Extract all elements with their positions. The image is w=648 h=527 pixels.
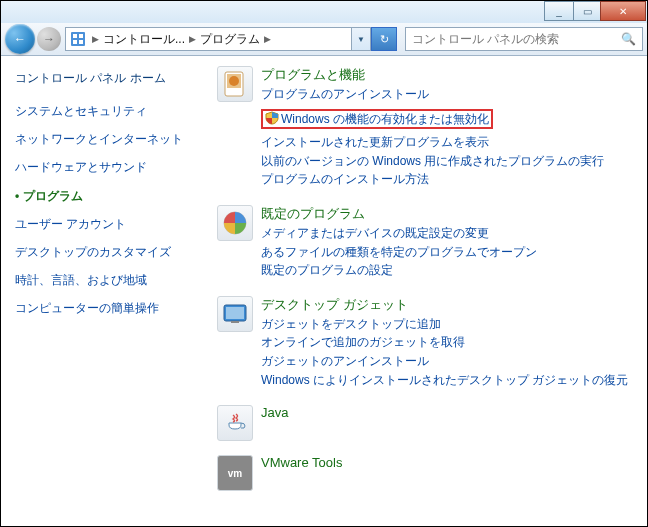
minimize-button[interactable]: _: [544, 1, 574, 21]
forward-button[interactable]: →: [37, 27, 61, 51]
section-col: Java: [261, 405, 643, 441]
svg-rect-2: [79, 34, 83, 38]
section-col: デスクトップ ガジェット ガジェットをデスクトップに追加 オンラインで追加のガジ…: [261, 296, 643, 391]
control-panel-icon: [70, 31, 86, 47]
sidebar-item-hardware[interactable]: ハードウェアとサウンド: [15, 159, 201, 175]
link-online-gadgets[interactable]: オンラインで追加のガジェットを取得: [261, 335, 643, 351]
window-buttons: _ ▭ ✕: [545, 1, 646, 21]
section-title-gadgets[interactable]: デスクトップ ガジェット: [261, 296, 643, 314]
link-uninstall-gadgets[interactable]: ガジェットのアンインストール: [261, 354, 643, 370]
sidebar-item-clock[interactable]: 時計、言語、および地域: [15, 272, 201, 288]
section-vmware: vm VMware Tools: [217, 455, 643, 491]
shield-icon: [265, 111, 279, 125]
sidebar-item-system[interactable]: システムとセキュリティ: [15, 103, 201, 119]
default-programs-icon: [217, 205, 253, 241]
link-windows-features-text: Windows の機能の有効化または無効化: [281, 112, 489, 126]
window: _ ▭ ✕ ← → ▶ コントロール... ▶ プログラム ▶ ▼ ↻ コントロ…: [0, 0, 648, 527]
back-button[interactable]: ←: [5, 24, 35, 54]
link-filetype[interactable]: あるファイルの種類を特定のプログラムでオープン: [261, 245, 643, 261]
link-media-default[interactable]: メディアまたはデバイスの既定設定の変更: [261, 226, 643, 242]
chevron-right-icon: ▶: [187, 34, 198, 44]
section-col: プログラムと機能 プログラムのアンインストール Windows の機能の有効化ま…: [261, 66, 643, 191]
link-view-updates[interactable]: インストールされた更新プログラムを表示: [261, 135, 643, 151]
section-col: 既定のプログラム メディアまたはデバイスの既定設定の変更 あるファイルの種類を特…: [261, 205, 643, 282]
link-old-windows[interactable]: 以前のバージョンの Windows 用に作成されたプログラムの実行: [261, 154, 643, 170]
link-add-gadget[interactable]: ガジェットをデスクトップに追加: [261, 317, 643, 333]
chevron-right-icon: ▶: [90, 34, 101, 44]
search-icon: 🔍: [621, 32, 642, 46]
sidebar-home[interactable]: コントロール パネル ホーム: [15, 70, 201, 87]
close-button[interactable]: ✕: [600, 1, 646, 21]
section-col: VMware Tools: [261, 455, 643, 491]
breadcrumb-seg-1[interactable]: コントロール...: [101, 31, 187, 48]
address-bar[interactable]: ▶ コントロール... ▶ プログラム ▶: [65, 27, 352, 51]
section-java: Java: [217, 405, 643, 441]
section-title-vmware[interactable]: VMware Tools: [261, 455, 643, 470]
programs-icon: [217, 66, 253, 102]
body: コントロール パネル ホーム システムとセキュリティ ネットワークとインターネッ…: [1, 56, 647, 526]
navbar: ← → ▶ コントロール... ▶ プログラム ▶ ▼ ↻ コントロール パネル…: [1, 23, 647, 56]
svg-rect-1: [73, 34, 77, 38]
address-dropdown[interactable]: ▼: [352, 27, 371, 51]
search-placeholder: コントロール パネルの検索: [406, 31, 559, 48]
main: プログラムと機能 プログラムのアンインストール Windows の機能の有効化ま…: [211, 56, 647, 526]
chevron-right-icon: ▶: [262, 34, 273, 44]
section-gadgets: デスクトップ ガジェット ガジェットをデスクトップに追加 オンラインで追加のガジ…: [217, 296, 643, 391]
svg-rect-3: [73, 40, 77, 44]
section-title-java[interactable]: Java: [261, 405, 643, 420]
maximize-button[interactable]: ▭: [573, 1, 601, 21]
svg-rect-4: [79, 40, 83, 44]
sidebar-item-users[interactable]: ユーザー アカウント: [15, 216, 201, 232]
sidebar: コントロール パネル ホーム システムとセキュリティ ネットワークとインターネッ…: [1, 56, 211, 526]
sidebar-item-programs[interactable]: プログラム: [15, 188, 201, 204]
search-input[interactable]: コントロール パネルの検索 🔍: [405, 27, 643, 51]
svg-point-7: [229, 76, 239, 86]
sidebar-item-network[interactable]: ネットワークとインターネット: [15, 131, 201, 147]
link-default-settings[interactable]: 既定のプログラムの設定: [261, 263, 643, 279]
sidebar-item-ease[interactable]: コンピューターの簡単操作: [15, 300, 201, 316]
section-title-programs[interactable]: プログラムと機能: [261, 66, 643, 84]
link-restore-gadgets[interactable]: Windows によりインストールされたデスクトップ ガジェットの復元: [261, 373, 643, 389]
section-default-programs: 既定のプログラム メディアまたはデバイスの既定設定の変更 あるファイルの種類を特…: [217, 205, 643, 282]
section-programs: プログラムと機能 プログラムのアンインストール Windows の機能の有効化ま…: [217, 66, 643, 191]
address-bar-wrap: ▶ コントロール... ▶ プログラム ▶ ▼ ↻: [65, 27, 397, 51]
java-icon: [217, 405, 253, 441]
svg-rect-11: [231, 321, 239, 323]
section-title-default[interactable]: 既定のプログラム: [261, 205, 643, 223]
breadcrumb-seg-2[interactable]: プログラム: [198, 31, 262, 48]
link-windows-features[interactable]: Windows の機能の有効化または無効化: [261, 109, 493, 130]
gadgets-icon: [217, 296, 253, 332]
sidebar-item-desktop[interactable]: デスクトップのカスタマイズ: [15, 244, 201, 260]
svg-rect-10: [226, 307, 244, 319]
link-install-method[interactable]: プログラムのインストール方法: [261, 172, 643, 188]
link-uninstall[interactable]: プログラムのアンインストール: [261, 87, 643, 103]
refresh-button[interactable]: ↻: [371, 27, 397, 51]
vmware-icon: vm: [217, 455, 253, 491]
titlebar: _ ▭ ✕: [1, 1, 647, 23]
